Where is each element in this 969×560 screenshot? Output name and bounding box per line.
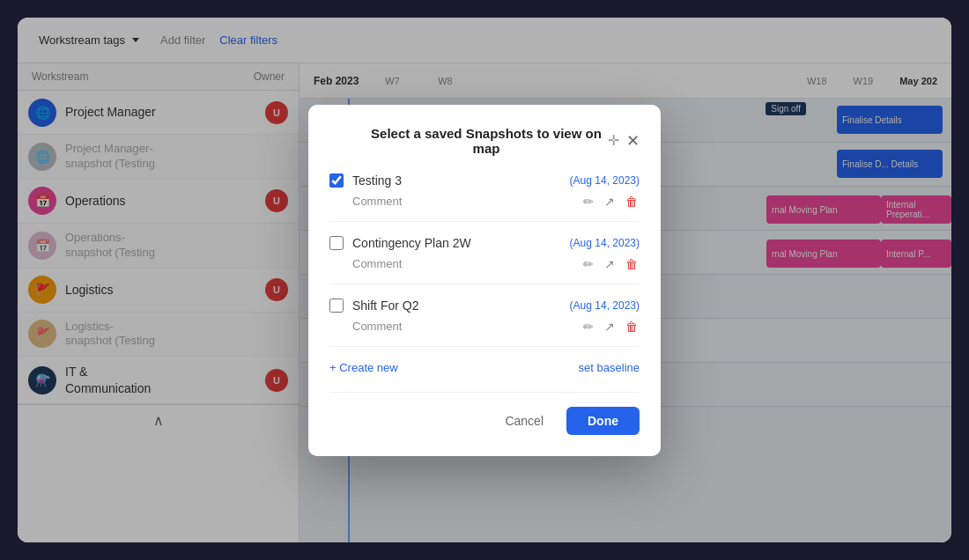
snapshot-comment-row-testing-3: Comment: [329, 193, 640, 210]
snapshot-share-button-contingency-plan[interactable]: [603, 255, 617, 273]
snapshot-name-shift-for-q2: Shift For Q2: [352, 298, 561, 313]
snapshot-row-testing-3: Testing 3 (Aug 14, 2023): [329, 173, 640, 188]
snapshot-comment-shift-for-q2: Comment: [352, 320, 574, 333]
snapshot-comment-testing-3: Comment: [352, 195, 574, 208]
snapshot-share-button-shift-for-q2[interactable]: [603, 318, 617, 335]
snapshot-name-testing-3: Testing 3: [352, 173, 561, 188]
snapshot-name-contingency-plan: Contingency Plan 2W: [352, 236, 561, 250]
snapshot-comment-contingency-plan: Comment: [352, 257, 574, 270]
modal-overlay: Select a saved Snapshots to view on map …: [18, 18, 951, 542]
snapshot-date-testing-3: (Aug 14, 2023): [570, 174, 640, 187]
app-frame: Workstream tags Add filter Clear filters…: [18, 18, 951, 542]
snapshot-edit-button-shift-for-q2[interactable]: [581, 318, 595, 335]
snapshot-comment-row-shift-for-q2: Comment: [329, 318, 640, 335]
snapshot-row-shift-for-q2: Shift For Q2 (Aug 14, 2023): [329, 298, 640, 313]
snapshots-modal: Select a saved Snapshots to view on map …: [308, 105, 661, 456]
snapshot-row-contingency-plan: Contingency Plan 2W (Aug 14, 2023): [329, 236, 640, 250]
cancel-button[interactable]: Cancel: [491, 407, 558, 435]
modal-footer: Cancel Done: [329, 392, 640, 435]
modal-header: Select a saved Snapshots to view on map: [329, 126, 640, 156]
modal-controls: [608, 131, 640, 151]
snapshot-delete-button-contingency-plan[interactable]: [624, 255, 640, 273]
create-new-button[interactable]: + Create new: [329, 361, 398, 374]
modal-actions-row: + Create new set baseline: [329, 361, 640, 374]
set-baseline-button[interactable]: set baseline: [579, 361, 640, 374]
modal-drag-icon[interactable]: [608, 132, 619, 149]
snapshot-date-shift-for-q2: (Aug 14, 2023): [570, 299, 640, 312]
snapshot-item-shift-for-q2: Shift For Q2 (Aug 14, 2023) Comment: [329, 298, 640, 347]
snapshot-edit-button-contingency-plan[interactable]: [581, 255, 595, 273]
snapshot-checkbox-contingency-plan[interactable]: [329, 236, 344, 250]
snapshot-delete-button-shift-for-q2[interactable]: [624, 318, 640, 335]
snapshot-item-testing-3: Testing 3 (Aug 14, 2023) Comment: [329, 173, 640, 222]
snapshot-delete-button-testing-3[interactable]: [624, 193, 640, 210]
snapshot-date-contingency-plan: (Aug 14, 2023): [570, 237, 640, 249]
modal-title: Select a saved Snapshots to view on map: [365, 126, 608, 156]
snapshot-checkbox-testing-3[interactable]: [329, 173, 344, 188]
done-button[interactable]: Done: [566, 407, 640, 435]
snapshot-edit-button-testing-3[interactable]: [581, 193, 595, 210]
snapshot-checkbox-shift-for-q2[interactable]: [329, 298, 344, 313]
modal-close-button[interactable]: [626, 131, 640, 151]
snapshot-item-contingency-plan: Contingency Plan 2W (Aug 14, 2023) Comme…: [329, 236, 640, 284]
snapshot-share-button-testing-3[interactable]: [603, 193, 617, 210]
snapshot-comment-row-contingency-plan: Comment: [329, 255, 640, 273]
